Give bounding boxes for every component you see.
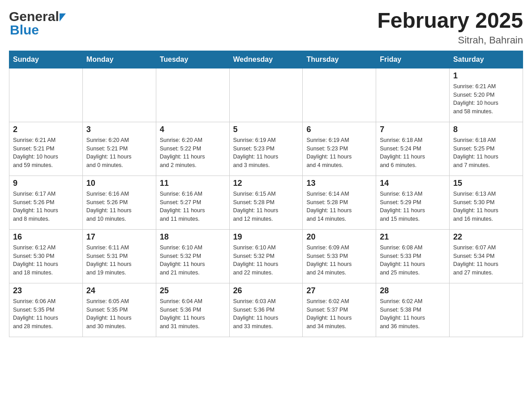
day-info: Sunrise: 6:13 AMSunset: 5:29 PMDaylight:… <box>380 190 446 223</box>
day-number: 10 <box>86 179 152 188</box>
weekday-header-row: SundayMondayTuesdayWednesdayThursdayFrid… <box>9 51 523 68</box>
day-number: 26 <box>233 286 299 295</box>
page-header: General Blue February 2025 Sitrah, Bahra… <box>9 9 523 46</box>
day-info: Sunrise: 6:16 AMSunset: 5:27 PMDaylight:… <box>160 190 226 223</box>
day-cell: 27Sunrise: 6:02 AMSunset: 5:37 PMDayligh… <box>303 283 376 337</box>
day-info: Sunrise: 6:14 AMSunset: 5:28 PMDaylight:… <box>306 190 372 223</box>
day-cell <box>82 68 156 122</box>
logo-arrow-icon <box>60 13 66 21</box>
day-info: Sunrise: 6:13 AMSunset: 5:30 PMDaylight:… <box>453 190 519 223</box>
day-info: Sunrise: 6:10 AMSunset: 5:32 PMDaylight:… <box>160 244 226 277</box>
day-number: 12 <box>233 179 299 188</box>
day-number: 13 <box>306 179 372 188</box>
day-info: Sunrise: 6:08 AMSunset: 5:33 PMDaylight:… <box>380 244 446 277</box>
weekday-header-wednesday: Wednesday <box>229 51 303 68</box>
day-info: Sunrise: 6:20 AMSunset: 5:21 PMDaylight:… <box>86 136 152 170</box>
day-info: Sunrise: 6:15 AMSunset: 5:28 PMDaylight:… <box>233 190 299 223</box>
day-cell: 6Sunrise: 6:19 AMSunset: 5:23 PMDaylight… <box>303 122 376 176</box>
day-cell: 2Sunrise: 6:21 AMSunset: 5:21 PMDaylight… <box>9 122 83 176</box>
day-info: Sunrise: 6:02 AMSunset: 5:38 PMDaylight:… <box>380 297 446 331</box>
day-cell: 3Sunrise: 6:20 AMSunset: 5:21 PMDaylight… <box>82 122 156 176</box>
day-number: 17 <box>86 232 152 242</box>
day-info: Sunrise: 6:17 AMSunset: 5:26 PMDaylight:… <box>13 190 79 223</box>
day-info: Sunrise: 6:05 AMSunset: 5:35 PMDaylight:… <box>86 297 152 331</box>
weekday-header-sunday: Sunday <box>9 51 83 68</box>
day-info: Sunrise: 6:11 AMSunset: 5:31 PMDaylight:… <box>86 244 152 277</box>
day-cell: 16Sunrise: 6:12 AMSunset: 5:30 PMDayligh… <box>9 229 83 283</box>
day-cell: 23Sunrise: 6:06 AMSunset: 5:35 PMDayligh… <box>9 283 83 337</box>
day-number: 23 <box>13 286 79 295</box>
day-cell: 5Sunrise: 6:19 AMSunset: 5:23 PMDaylight… <box>229 122 303 176</box>
week-row-5: 23Sunrise: 6:06 AMSunset: 5:35 PMDayligh… <box>9 283 523 337</box>
day-info: Sunrise: 6:04 AMSunset: 5:36 PMDaylight:… <box>160 297 226 331</box>
day-number: 16 <box>13 232 79 242</box>
day-info: Sunrise: 6:10 AMSunset: 5:32 PMDaylight:… <box>233 244 299 277</box>
day-cell: 28Sunrise: 6:02 AMSunset: 5:38 PMDayligh… <box>376 283 450 337</box>
day-number: 7 <box>380 125 446 134</box>
calendar-table: SundayMondayTuesdayWednesdayThursdayFrid… <box>9 51 523 337</box>
day-cell: 21Sunrise: 6:08 AMSunset: 5:33 PMDayligh… <box>376 229 450 283</box>
day-cell <box>450 283 523 337</box>
day-info: Sunrise: 6:06 AMSunset: 5:35 PMDaylight:… <box>13 297 79 331</box>
day-cell: 9Sunrise: 6:17 AMSunset: 5:26 PMDaylight… <box>9 176 83 229</box>
day-number: 8 <box>453 125 519 134</box>
weekday-header-monday: Monday <box>82 51 156 68</box>
day-cell: 22Sunrise: 6:07 AMSunset: 5:34 PMDayligh… <box>450 229 523 283</box>
location-text: Sitrah, Bahrain <box>377 34 523 46</box>
day-info: Sunrise: 6:21 AMSunset: 5:20 PMDaylight:… <box>453 82 519 116</box>
day-cell: 26Sunrise: 6:03 AMSunset: 5:36 PMDayligh… <box>229 283 303 337</box>
day-number: 4 <box>160 125 226 134</box>
day-cell: 1Sunrise: 6:21 AMSunset: 5:20 PMDaylight… <box>450 68 523 122</box>
day-cell: 10Sunrise: 6:16 AMSunset: 5:26 PMDayligh… <box>82 176 156 229</box>
day-cell: 8Sunrise: 6:18 AMSunset: 5:25 PMDaylight… <box>450 122 523 176</box>
title-section: February 2025 Sitrah, Bahrain <box>377 9 523 46</box>
day-cell: 25Sunrise: 6:04 AMSunset: 5:36 PMDayligh… <box>156 283 229 337</box>
week-row-1: 1Sunrise: 6:21 AMSunset: 5:20 PMDaylight… <box>9 68 523 122</box>
day-number: 14 <box>380 179 446 188</box>
day-cell: 19Sunrise: 6:10 AMSunset: 5:32 PMDayligh… <box>229 229 303 283</box>
day-cell: 14Sunrise: 6:13 AMSunset: 5:29 PMDayligh… <box>376 176 450 229</box>
day-cell <box>303 68 376 122</box>
day-cell: 7Sunrise: 6:18 AMSunset: 5:24 PMDaylight… <box>376 122 450 176</box>
week-row-4: 16Sunrise: 6:12 AMSunset: 5:30 PMDayligh… <box>9 229 523 283</box>
day-info: Sunrise: 6:21 AMSunset: 5:21 PMDaylight:… <box>13 136 79 170</box>
day-info: Sunrise: 6:18 AMSunset: 5:25 PMDaylight:… <box>453 136 519 170</box>
logo-blue-text: Blue <box>10 22 39 38</box>
day-number: 6 <box>306 125 372 134</box>
day-info: Sunrise: 6:18 AMSunset: 5:24 PMDaylight:… <box>380 136 446 170</box>
day-info: Sunrise: 6:09 AMSunset: 5:33 PMDaylight:… <box>306 244 372 277</box>
day-cell: 13Sunrise: 6:14 AMSunset: 5:28 PMDayligh… <box>303 176 376 229</box>
day-number: 2 <box>13 125 79 134</box>
day-number: 1 <box>453 71 519 81</box>
day-number: 9 <box>13 179 79 188</box>
day-cell <box>156 68 229 122</box>
weekday-header-saturday: Saturday <box>450 51 523 68</box>
day-info: Sunrise: 6:19 AMSunset: 5:23 PMDaylight:… <box>233 136 299 170</box>
logo-general-text: General <box>9 9 59 24</box>
day-cell: 17Sunrise: 6:11 AMSunset: 5:31 PMDayligh… <box>82 229 156 283</box>
day-number: 11 <box>160 179 226 188</box>
day-number: 15 <box>453 179 519 188</box>
day-info: Sunrise: 6:20 AMSunset: 5:22 PMDaylight:… <box>160 136 226 170</box>
day-number: 3 <box>86 125 152 134</box>
day-cell: 4Sunrise: 6:20 AMSunset: 5:22 PMDaylight… <box>156 122 229 176</box>
day-cell: 18Sunrise: 6:10 AMSunset: 5:32 PMDayligh… <box>156 229 229 283</box>
day-cell: 24Sunrise: 6:05 AMSunset: 5:35 PMDayligh… <box>82 283 156 337</box>
day-number: 19 <box>233 232 299 242</box>
day-number: 28 <box>380 286 446 295</box>
weekday-header-tuesday: Tuesday <box>156 51 229 68</box>
day-cell: 12Sunrise: 6:15 AMSunset: 5:28 PMDayligh… <box>229 176 303 229</box>
day-info: Sunrise: 6:02 AMSunset: 5:37 PMDaylight:… <box>306 297 372 331</box>
day-cell <box>9 68 83 122</box>
day-number: 22 <box>453 232 519 242</box>
day-info: Sunrise: 6:03 AMSunset: 5:36 PMDaylight:… <box>233 297 299 331</box>
day-cell: 20Sunrise: 6:09 AMSunset: 5:33 PMDayligh… <box>303 229 376 283</box>
week-row-3: 9Sunrise: 6:17 AMSunset: 5:26 PMDaylight… <box>9 176 523 229</box>
day-info: Sunrise: 6:07 AMSunset: 5:34 PMDaylight:… <box>453 244 519 277</box>
day-info: Sunrise: 6:19 AMSunset: 5:23 PMDaylight:… <box>306 136 372 170</box>
day-number: 20 <box>306 232 372 242</box>
day-number: 18 <box>160 232 226 242</box>
day-number: 5 <box>233 125 299 134</box>
day-info: Sunrise: 6:12 AMSunset: 5:30 PMDaylight:… <box>13 244 79 277</box>
day-cell: 15Sunrise: 6:13 AMSunset: 5:30 PMDayligh… <box>450 176 523 229</box>
